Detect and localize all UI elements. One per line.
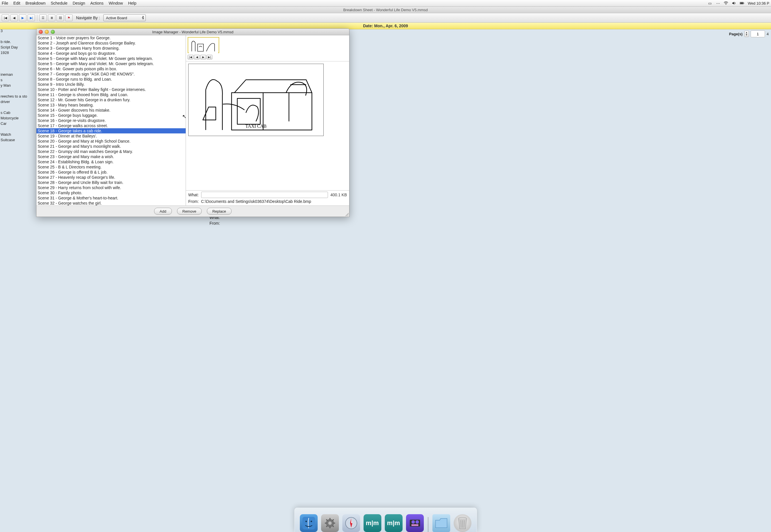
svg-line-19 (326, 526, 327, 527)
scene-item[interactable]: Scene 31 - George & Mother's heart-to-he… (36, 195, 186, 201)
scene-item[interactable]: Scene 14 - Gower discovers his mistake. (36, 108, 186, 113)
toolbar-link-button[interactable]: ⛓ (57, 14, 64, 21)
document-title: Breakdown Sheet - Wonderful Life Demo V5… (343, 8, 428, 12)
thumb-next-button[interactable]: ▶ (200, 55, 206, 59)
scene-list-pane: Scene 1 - Voice over prayers for George.… (36, 35, 186, 205)
menu-breakdown[interactable]: Breakdown (26, 1, 46, 5)
menu-file[interactable]: File (2, 1, 8, 5)
thumb-prev-button[interactable]: ◀ (194, 55, 200, 59)
add-button[interactable]: Add (154, 208, 172, 215)
scene-item[interactable]: Scene 22 - Grumpy old man watches George… (36, 149, 186, 154)
desktop: 3 b ride.Script Day1928 inemansy Man ree… (0, 28, 771, 532)
svg-point-24 (411, 520, 415, 524)
scene-item[interactable]: Scene 9 - Intro Uncle Billy. (36, 82, 186, 87)
window-zoom-button[interactable] (51, 30, 55, 34)
scene-item[interactable]: Scene 4 - George and boys go to drugstor… (36, 51, 186, 56)
menu-actions[interactable]: Actions (90, 1, 104, 5)
scene-item[interactable]: Scene 24 - Establishing Bldg. & Loan sig… (36, 159, 186, 164)
toolbar-first-button[interactable]: |◀ (2, 14, 9, 21)
dock-system-prefs-icon[interactable] (321, 514, 339, 532)
scene-item[interactable]: Scene 15 - George buys luggage. (36, 113, 186, 118)
dock-downloads-folder-icon[interactable] (432, 514, 450, 532)
toolbar-flag-button[interactable]: ⚑ (65, 14, 73, 21)
toolbar-prev-button[interactable]: ◀ (10, 14, 18, 21)
document-titlebar: Breakdown Sheet - Wonderful Life Demo V5… (0, 7, 771, 13)
wifi-icon[interactable] (724, 1, 728, 5)
resize-grip[interactable] (345, 212, 349, 216)
toolbar-view1-button[interactable]: ☰ (39, 14, 47, 21)
scene-item[interactable]: Scene 21 - George and Mary's moonlight w… (36, 144, 186, 149)
thumb-first-button[interactable]: |◀ (188, 55, 193, 59)
toolbar-play-button[interactable]: ▶ (19, 14, 26, 21)
scene-list[interactable]: Scene 1 - Voice over prayers for George.… (36, 35, 186, 205)
scene-item[interactable]: Scene 7 - George reads sign "ASK DAD HE … (36, 71, 186, 77)
toolbar-view2-button[interactable]: ≣ (48, 14, 55, 21)
menubar-clock[interactable]: Wed 10:36 P (748, 1, 769, 5)
scene-item[interactable]: Scene 25 - B & L Directors meeting. (36, 164, 186, 170)
file-size: 400.1 KB (330, 193, 347, 197)
navigate-by-label: Navigate By : (76, 15, 100, 20)
scene-item[interactable]: Scene 32 - George watches the girl. (36, 201, 186, 205)
svg-text:TAXI CAB: TAXI CAB (245, 124, 267, 129)
dock-app-mm1-icon[interactable]: m|m (364, 514, 381, 532)
dock-imovie-icon[interactable] (406, 514, 424, 532)
scene-item[interactable]: Scene 1 - Voice over prayers for George. (36, 35, 186, 40)
scene-item[interactable]: Scene 29 - Harry returns from school wit… (36, 185, 186, 190)
toolbar-next-button[interactable]: ▶| (28, 14, 35, 21)
window-titlebar[interactable]: Image Manager - Wonderful Life Demo V5.m… (36, 29, 349, 35)
scene-item[interactable]: Scene 16 - George re-visits drugstore. (36, 118, 186, 123)
scene-item[interactable]: Scene 3 - George saves Harry from drowni… (36, 46, 186, 51)
pages-current-input[interactable] (751, 30, 765, 37)
dock-safari-icon[interactable] (342, 514, 360, 532)
scene-item[interactable]: Scene 6 - Mr. Gower puts poison pills in… (36, 66, 186, 71)
thumb-last-button[interactable]: ▶| (207, 55, 212, 59)
scene-item[interactable]: Scene 17 - George walks across street. (36, 123, 186, 128)
image-manager-window: Image Manager - Wonderful Life Demo V5.m… (36, 28, 349, 217)
menu-design[interactable]: Design (73, 1, 85, 5)
volume-icon[interactable] (732, 1, 736, 5)
scene-item[interactable]: Scene 5 - George with Mary and Violet. M… (36, 61, 186, 66)
dock-finder-icon[interactable] (300, 514, 318, 532)
menu-edit[interactable]: Edit (13, 1, 20, 5)
camera-icon[interactable]: ▭ (708, 1, 712, 5)
background-text-row (1, 126, 38, 132)
dock-trash-icon[interactable] (454, 514, 471, 532)
navigate-by-combo[interactable]: Active Board ▲▼ (103, 14, 146, 21)
sync-icon[interactable]: ⋯ (716, 1, 720, 5)
scene-item[interactable]: Scene 12 - Mr. Gower hits George in a dr… (36, 97, 186, 102)
scene-item[interactable]: Scene 30 - Family photo. (36, 190, 186, 195)
scene-item[interactable]: Scene 19 - Dinner at the Baileys'. (36, 133, 186, 139)
menu-help[interactable]: Help (128, 1, 136, 5)
dock-app-mm2-icon[interactable]: m|m (385, 514, 403, 532)
from-label: From: (188, 199, 199, 204)
remove-button[interactable]: Remove (177, 208, 202, 215)
scene-item[interactable]: Scene 27 - Heavenly recap of George's li… (36, 175, 186, 180)
background-text-row (1, 66, 38, 72)
scene-item[interactable]: Scene 18 - George takes a cab ride. (36, 128, 186, 133)
dock: m|m m|m (294, 508, 477, 532)
scene-item[interactable]: Scene 2 - Joseph and Clarence discuss Ge… (36, 40, 186, 46)
menu-window[interactable]: Window (109, 1, 123, 5)
image-preview: TAXI CAB (186, 61, 349, 190)
replace-button[interactable]: Replace (207, 208, 232, 215)
battery-icon[interactable] (740, 1, 744, 5)
image-preview-pane: |◀ ◀ ▶ ▶| (186, 35, 349, 205)
scene-item[interactable]: Scene 20 - George and Mary at High Schoo… (36, 139, 186, 144)
scene-item[interactable]: Scene 28 - George and Uncle Billy wait f… (36, 180, 186, 185)
scene-item[interactable]: Scene 13 - Mary hears beating. (36, 102, 186, 108)
background-text-row: driver (1, 99, 38, 104)
thumbnail[interactable] (188, 37, 219, 53)
scene-item[interactable]: Scene 23 - George and Mary make a wish. (36, 154, 186, 159)
toolbar-separator (37, 15, 37, 21)
scene-item[interactable]: Scene 5 - George with Mary and Violet. M… (36, 56, 186, 61)
what-input[interactable] (201, 192, 328, 198)
window-minimize-button[interactable] (45, 30, 49, 34)
menu-schedule[interactable]: Schedule (51, 1, 67, 5)
scene-item[interactable]: Scene 11 - George is shooed from Bldg. a… (36, 92, 186, 97)
window-close-button[interactable] (39, 30, 43, 34)
scene-item[interactable]: Scene 26 - George is offered B & L job. (36, 170, 186, 175)
scene-item[interactable]: Scene 8 - George runs to Bldg. and Loan. (36, 77, 186, 82)
scene-item[interactable]: Scene 10 - Potter and Peter Bailey fight… (36, 87, 186, 92)
pages-stepper[interactable]: ▲▼ (744, 31, 749, 37)
combo-arrows-icon: ▲▼ (142, 15, 144, 20)
